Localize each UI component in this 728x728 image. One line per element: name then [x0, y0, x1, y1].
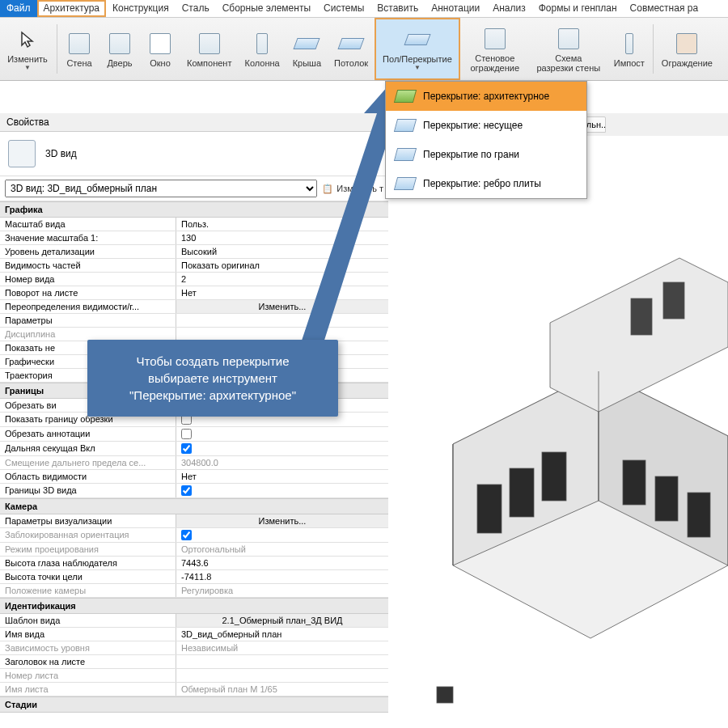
ribbon-ceiling[interactable]: Потолок [328, 18, 375, 80]
prop-value[interactable]: Регулировка [176, 584, 388, 597]
prop-label: Имя листа [0, 683, 176, 696]
chevron-down-icon: ▼ [414, 64, 421, 71]
prop-row: Смещение дальнего предела се...304800.0 [0, 456, 388, 470]
menu-architecture[interactable]: Архитектура [37, 0, 107, 17]
menu-steel[interactable]: Сталь [176, 0, 216, 17]
building-model [388, 136, 728, 728]
prop-row: Высота глаза наблюдателя7443.6 [0, 557, 388, 570]
wall-icon [66, 31, 92, 57]
svg-rect-10 [623, 460, 645, 505]
menu-systems[interactable]: Системы [317, 0, 370, 17]
menu-file[interactable]: Файл [0, 0, 37, 17]
ribbon: Изменить ▼ Стена Дверь Окно Компонент Ко… [0, 18, 728, 81]
prop-label: Переопределения видимости/г... [0, 300, 176, 313]
prop-row: Обрезать аннотации [0, 427, 388, 442]
prop-row: Номер листа [0, 669, 388, 683]
dd-floor-architectural[interactable]: Перекрытие: архитектурное [386, 82, 586, 111]
prop-row: Зависимость уровняНезависимый [0, 641, 388, 655]
prop-checkbox[interactable] [181, 443, 192, 454]
prop-label: Имя вида [0, 628, 176, 641]
ribbon-curtain-grid[interactable]: Схема разрезки стены [530, 18, 607, 80]
prop-value[interactable]: Ортогональный [176, 543, 388, 556]
prop-label: Область видимости [0, 470, 176, 483]
menu-collab[interactable]: Совместная ра [624, 0, 705, 17]
floor-face-icon [394, 148, 417, 161]
ribbon-floor[interactable]: Пол/Перекрытие ▼ [375, 18, 460, 80]
prop-label: Параметры [0, 314, 176, 327]
prop-value[interactable] [176, 669, 388, 682]
ribbon-railing[interactable]: Ограждение [655, 18, 719, 80]
prop-label: Дальняя секущая Вкл [0, 442, 176, 455]
dd-slab-edge[interactable]: Перекрытие: ребро плиты [386, 169, 586, 198]
prop-checkbox[interactable] [181, 429, 192, 439]
prop-row: Границы 3D вида [0, 484, 388, 498]
component-icon [197, 31, 222, 57]
prop-row: Заголовок на листе [0, 655, 388, 669]
prop-label: Режим проецирования [0, 543, 176, 556]
ribbon-window[interactable]: Окно [140, 18, 180, 80]
dd-floor-structural[interactable]: Перекрытие: несущее [386, 111, 586, 140]
menu-insert[interactable]: Вставить [370, 0, 425, 17]
prop-label: Обрезать аннотации [0, 427, 176, 441]
prop-value[interactable]: 2.1_Обмерный план_3Д ВИД [176, 614, 388, 627]
prop-value[interactable]: Изменить... [176, 514, 388, 527]
prop-row: Заблокированная ориентация [0, 528, 388, 543]
view-type-icon [8, 140, 36, 167]
ribbon-door[interactable]: Дверь [99, 18, 140, 80]
menu-structure[interactable]: Конструкция [106, 0, 176, 17]
prop-checkbox[interactable] [181, 530, 192, 540]
prop-label: Шаблон вида [0, 614, 176, 627]
prop-group-header[interactable]: Стадии [0, 696, 388, 713]
prop-value[interactable] [176, 655, 388, 668]
prop-value[interactable]: 3D_вид_обмерный план [176, 628, 388, 641]
prop-row: Шаблон вида2.1_Обмерный план_3Д ВИД [0, 614, 388, 628]
viewport-3d[interactable] [388, 136, 728, 728]
floor-struct-icon [394, 119, 417, 132]
prop-label: Номер вида [0, 273, 176, 286]
floor-dropdown: Перекрытие: архитектурное Перекрытие: не… [385, 81, 587, 199]
prop-label: Зависимость уровня [0, 641, 176, 654]
prop-value[interactable] [176, 442, 388, 455]
ribbon-roof[interactable]: Крыша [286, 18, 328, 80]
prop-label: Высота точки цели [0, 570, 176, 583]
prop-label: Поворот на листе [0, 286, 176, 299]
curtain-grid-icon [556, 26, 582, 52]
menu-annotate[interactable]: Аннотации [425, 0, 486, 17]
chevron-down-icon: ▼ [24, 64, 31, 71]
ribbon-column[interactable]: Колонна [238, 18, 286, 80]
prop-group-header[interactable]: Камера [0, 498, 388, 514]
prop-row: Область видимостиНет [0, 470, 388, 484]
prop-value[interactable]: Независимый [176, 641, 388, 654]
slab-edge-icon [394, 177, 417, 190]
prop-label: Параметры визуализации [0, 514, 176, 527]
railing-icon [674, 31, 700, 57]
prop-value[interactable]: Нет [176, 470, 388, 483]
prop-checkbox[interactable] [181, 485, 192, 496]
ribbon-mullion[interactable]: Импост [607, 18, 651, 80]
prop-value[interactable]: Обмерный план М 1/65 [176, 683, 388, 696]
ribbon-modify[interactable]: Изменить ▼ [0, 18, 55, 80]
ribbon-curtain-wall[interactable]: Стеновое ограждение [460, 18, 530, 80]
menu-massing[interactable]: Формы и генплан [532, 0, 624, 17]
prop-value[interactable] [176, 427, 388, 441]
svg-rect-9 [542, 452, 566, 501]
prop-value[interactable] [176, 528, 388, 542]
prop-row: Параметры визуализацииИзменить... [0, 514, 388, 528]
dd-floor-by-face[interactable]: Перекрытие по грани [386, 140, 586, 169]
prop-row: Имя листаОбмерный план М 1/65 [0, 683, 388, 696]
svg-rect-14 [663, 282, 684, 319]
ribbon-component[interactable]: Компонент [180, 18, 238, 80]
tutorial-callout: Чтобы создать перекрытие выбираете инстр… [87, 340, 338, 417]
prop-value[interactable]: 7443.6 [176, 557, 388, 569]
prop-label: Видимость частей [0, 259, 176, 272]
menu-analyze[interactable]: Анализ [486, 0, 532, 17]
ribbon-wall[interactable]: Стена [59, 18, 99, 80]
menu-precast[interactable]: Сборные элементы [216, 0, 317, 17]
prop-value[interactable]: -7411.8 [176, 570, 388, 583]
prop-value[interactable]: 304800.0 [176, 456, 388, 469]
prop-row: Имя вида3D_вид_обмерный план [0, 628, 388, 641]
column-icon [249, 31, 275, 57]
prop-group-header[interactable]: Идентификация [0, 598, 388, 614]
floor-icon [404, 27, 430, 53]
prop-value[interactable] [176, 484, 388, 497]
